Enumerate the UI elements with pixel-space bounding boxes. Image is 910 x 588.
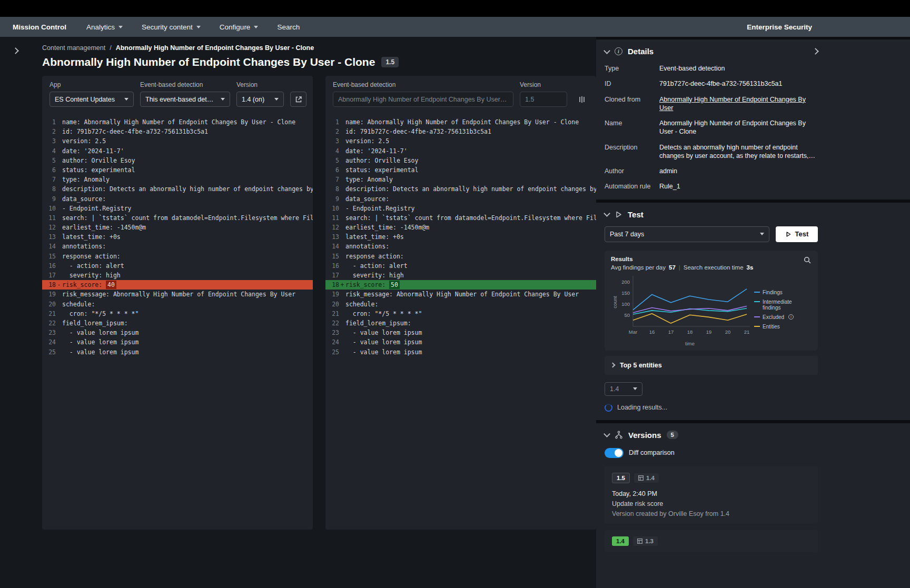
code-line: 7 type: Anomaly [325, 175, 596, 184]
svg-text:100: 100 [621, 301, 630, 307]
play-outline-icon [785, 231, 792, 237]
details-panel: i Details TypeEvent-based detectionID791… [596, 39, 910, 200]
code-line: 1 name: Abnormally High Number of Endpoi… [42, 117, 313, 127]
svg-text:20: 20 [725, 329, 731, 335]
chevron-down-icon [221, 98, 225, 101]
collapse-test-icon[interactable] [604, 210, 610, 217]
chevron-down-icon [196, 26, 201, 28]
svg-text:Mar: Mar [629, 329, 637, 335]
nav-item-analytics[interactable]: Analytics [77, 17, 132, 37]
page-title: Abnormally High Number of Endpoint Chang… [42, 56, 375, 68]
svg-text:150: 150 [621, 290, 630, 296]
detail-value-link[interactable]: Abnormally High Number of Endpoint Chang… [659, 95, 818, 113]
results-version-select[interactable]: 1.4 [605, 382, 642, 396]
split-view-button[interactable] [573, 92, 590, 107]
code-line: 4 date: '2024-11-7' [325, 146, 596, 156]
nav-app-context[interactable]: Enterprise Security [747, 23, 812, 31]
version-badge[interactable]: 1.4 [612, 536, 629, 546]
right-version-value: 1.5 [525, 96, 534, 103]
code-line: 23 - value lorem ipsum [325, 328, 596, 337]
legend-swatch [754, 316, 760, 317]
version-label: Version [236, 81, 284, 88]
open-external-button[interactable] [290, 92, 306, 107]
diff-comparison-toggle[interactable] [605, 448, 624, 458]
code-line: 7 type: Anomaly [42, 175, 313, 184]
exec-time-value: 3s [747, 264, 754, 271]
code-line: 12 earliest_time: -1450m@m [325, 223, 596, 232]
right-version-input[interactable]: 1.5 [520, 92, 567, 107]
svg-text:count: count [612, 296, 618, 308]
code-editor-left[interactable]: 1 name: Abnormally High Number of Endpoi… [42, 113, 313, 530]
code-line: 21 cron: "*/5 * * * *" [42, 309, 313, 318]
chevron-down-icon [633, 387, 637, 390]
detail-value: admin [659, 167, 818, 175]
info-icon[interactable]: i [788, 314, 794, 320]
code-line: 24 - value lorem ipsum [42, 337, 313, 347]
code-line: 10 - Endpoint.Registry [325, 204, 596, 213]
code-line: 8 description: Detects an abnormally hig… [42, 184, 313, 194]
app-navbar: Mission Control AnalyticsSecurity conten… [0, 17, 910, 37]
open-in-search-button[interactable] [803, 256, 812, 266]
version-note: Update risk score [612, 500, 810, 507]
left-version-select[interactable]: 1.4 (on) [236, 92, 284, 107]
versions-panel: Versions 5 Diff comparison 1.51.4Today, … [596, 423, 910, 588]
nav-item-security-content[interactable]: Security content [132, 17, 210, 37]
app-select[interactable]: ES Content Updates [50, 92, 134, 107]
legend-item: Findings [754, 290, 809, 295]
detection-name-input[interactable]: Abnormally High Number of Endpoint Chang… [333, 92, 513, 107]
collapse-details-icon[interactable] [604, 47, 610, 54]
collapse-versions-icon[interactable] [604, 431, 610, 437]
compare-version-badge[interactable]: 1.4 [634, 473, 659, 483]
code-line: 19 risk_message: Abnormally High Number … [325, 290, 596, 299]
legend-item: Entities [754, 324, 809, 330]
version-badge[interactable]: 1.5 [612, 473, 630, 483]
code-line: 2 id: 791b727c-deec-4fbe-a732-756131b3c5… [325, 127, 596, 136]
code-line: 14 annotations: [325, 242, 596, 251]
test-panel: Test Past 7 days Test Results Avg findin… [596, 203, 910, 420]
app-select-value: ES Content Updates [55, 96, 115, 103]
chart-legend: FindingsIntermediate findingsExcludediEn… [754, 273, 809, 346]
code-line: 25 - value lorem ipsum [325, 347, 596, 357]
open-details-icon[interactable] [812, 48, 819, 55]
nav-brand-mission-control[interactable]: Mission Control [13, 23, 66, 31]
versions-list: 1.51.4Today, 2:40 PMUpdate risk scoreVer… [605, 466, 818, 552]
svg-text:21: 21 [744, 329, 750, 335]
code-editor-right[interactable]: 1 name: Abnormally High Number of Endpoi… [325, 113, 596, 530]
nav-item-search[interactable]: Search [268, 17, 309, 37]
code-line: 1 name: Abnormally High Number of Endpoi… [325, 117, 596, 127]
code-line: 13 latest_time: +0s [42, 232, 313, 242]
code-line: 5 author: Orville Esoy [42, 156, 313, 165]
editor-pane-right: Event-based detection Abnormally High Nu… [325, 76, 596, 530]
code-line: 19 risk_message: Abnormally High Number … [42, 290, 313, 299]
time-range-select[interactable]: Past 7 days [605, 226, 769, 242]
nav-item-configure[interactable]: Configure [210, 17, 268, 37]
results-version-value: 1.4 [610, 385, 619, 393]
split-columns-icon [578, 96, 586, 103]
run-test-button[interactable]: Test [776, 226, 818, 242]
compare-version-badge[interactable]: 1.3 [633, 536, 658, 546]
top-entities-row[interactable]: Top 5 entities [605, 356, 818, 375]
detail-label: Author [605, 167, 659, 175]
svg-text:50: 50 [624, 312, 630, 318]
loading-label: Loading results... [617, 404, 667, 411]
code-line: 23 - value lorem ipsum [42, 328, 313, 337]
right-sidebar: i Details TypeEvent-based detectionID791… [596, 37, 910, 588]
code-line: 12 earliest_time: -1450m@m [42, 223, 313, 232]
breadcrumb-current: Abnormally High Number of Endpoint Chang… [116, 44, 314, 52]
chevron-down-icon [254, 26, 258, 28]
detail-value: 791b727c-deec-4fbe-a732-756131b3c5a1 [659, 79, 818, 88]
legend-swatch [754, 301, 760, 302]
version-label: Version [520, 81, 567, 88]
details-grid: TypeEvent-based detectionID791b727c-deec… [605, 64, 818, 191]
versions-count-badge: 5 [667, 431, 678, 439]
external-link-icon [295, 96, 302, 103]
breadcrumb-parent[interactable]: Content management [42, 44, 105, 52]
expand-panel-icon[interactable] [12, 47, 19, 54]
main-content: Content management / Abnormally High Num… [31, 37, 596, 588]
svg-text:19: 19 [706, 329, 712, 335]
results-stats: Avg findings per day 57 | Search executi… [611, 264, 812, 271]
detection-select[interactable]: This event-based detection [140, 92, 230, 107]
code-line: 14 annotations: [42, 242, 313, 251]
detail-label: Cloned from [605, 95, 659, 113]
svg-text:200: 200 [621, 279, 630, 285]
